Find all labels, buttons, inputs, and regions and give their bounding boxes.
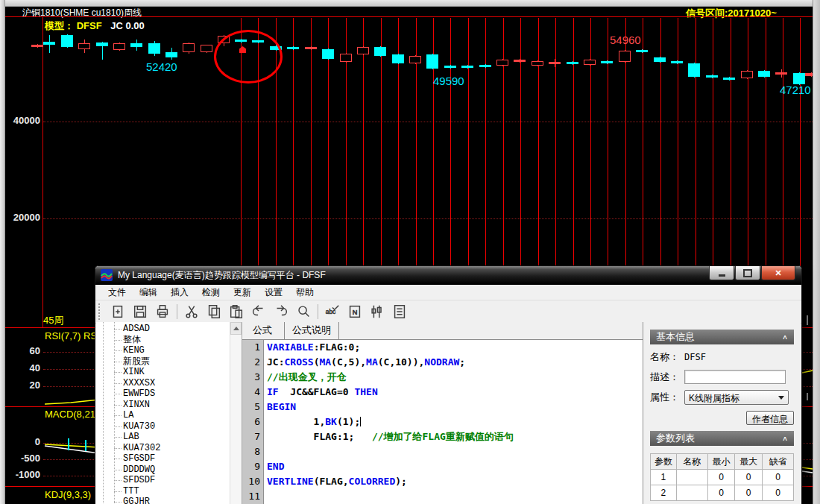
menu-item-插入[interactable]: 插入 — [164, 285, 195, 300]
code-line[interactable] — [264, 489, 643, 504]
tree-item-KUA7302[interactable]: KUA7302 — [96, 443, 230, 454]
indicator-button[interactable] — [368, 303, 387, 321]
name-value: DFSF — [684, 352, 706, 362]
code-line[interactable]: IF JC&&FLAG=0 THEN — [264, 385, 643, 400]
indicator-label: MACD(8,21, — [45, 409, 98, 420]
menu-item-更新[interactable]: 更新 — [227, 285, 258, 300]
line-number: 3 — [242, 370, 263, 385]
table-row[interactable]: 2000 — [651, 485, 794, 501]
undo-button[interactable] — [249, 303, 268, 321]
code-line[interactable]: FLAG:1; //增加了给FLAG重新赋值的语句 — [264, 429, 643, 444]
print-button[interactable] — [153, 303, 172, 321]
tree-item-TTT[interactable]: TTT — [96, 486, 230, 497]
code-text: ; — [459, 356, 465, 368]
macd-dif-right — [802, 471, 813, 473]
indicator-icon — [369, 303, 385, 320]
menu-item-设置[interactable]: 设置 — [258, 285, 289, 300]
tree-item-KUA730[interactable]: KUA730 — [96, 421, 230, 432]
tree-item-GGJHR[interactable]: GGJHR — [96, 497, 230, 504]
dialog-titlebar[interactable]: My Language(麦语言)趋势跟踪模型编写平台 - DFSF ✕ — [95, 266, 801, 285]
document-button[interactable] — [390, 303, 409, 321]
search-button[interactable] — [294, 303, 313, 321]
window-frame-left[interactable] — [0, 0, 5, 504]
close-button[interactable]: ✕ — [761, 266, 795, 280]
tree-item-XINK[interactable]: XINK — [96, 367, 230, 378]
code-line[interactable]: VERTLINE(FLAG,COLORRED); — [264, 474, 643, 489]
tree-item-SFGSDF[interactable]: SFGSDF — [96, 453, 230, 464]
tree-connector — [114, 362, 122, 362]
table-cell[interactable] — [676, 470, 707, 485]
minimize-button[interactable] — [709, 266, 734, 280]
table-cell[interactable]: 0 — [735, 470, 763, 485]
candle-body-up — [183, 43, 195, 52]
code-editor[interactable]: 1234567891011 VARIABLE:FLAG:0;JC:CROSS(M… — [242, 339, 643, 504]
new-file-button[interactable] — [108, 303, 127, 321]
ellipse-annotation — [214, 30, 283, 84]
author-info-button[interactable]: 作者信息 — [746, 411, 794, 425]
new-note-button[interactable]: N — [345, 303, 365, 321]
tree-item-XINXN[interactable]: XINXN — [96, 400, 230, 411]
redo-button[interactable] — [271, 303, 291, 321]
table-row[interactable]: 1000 — [651, 470, 794, 485]
collapse-chevron-icon[interactable]: ∧ — [782, 331, 788, 343]
column-header: 最大 — [735, 454, 763, 470]
tree-item-整体[interactable]: 整体 — [96, 335, 230, 346]
tree-item-XXXXSX[interactable]: XXXXSX — [96, 378, 230, 389]
description-input[interactable] — [684, 370, 786, 384]
code-keyword: BK — [325, 416, 337, 427]
save-button[interactable] — [130, 303, 150, 321]
candle-body-up — [496, 60, 508, 66]
candle-body-up — [201, 45, 212, 52]
tree-scrollbar[interactable] — [230, 322, 242, 504]
tree-item-EWWFDS[interactable]: EWWFDS — [96, 388, 230, 400]
tree-item-新股票[interactable]: 新股票 — [96, 356, 230, 368]
tree-connector — [114, 340, 122, 341]
document-icon — [391, 303, 408, 320]
paste-button[interactable] — [227, 303, 246, 321]
param-list-header[interactable]: 参数列表 ∧ — [650, 431, 794, 446]
tree-item-KENG[interactable]: KENG — [96, 345, 230, 356]
spell-check-button[interactable]: abc — [323, 303, 342, 321]
model-status-line: 模型： DFSF JC 0.00 — [45, 19, 145, 33]
basic-info-header[interactable]: 基本信息 ∧ — [650, 330, 794, 344]
menu-item-帮助[interactable]: 帮助 — [289, 285, 321, 300]
tree-item-ADSAD[interactable]: ADSAD — [96, 324, 230, 335]
window-frame-right[interactable] — [813, 0, 820, 504]
table-cell[interactable]: 0 — [762, 470, 793, 485]
attribute-row: 属性： K线附属指标 — [650, 390, 794, 405]
attribute-dropdown[interactable]: K线附属指标 — [684, 390, 789, 405]
table-cell[interactable]: 2 — [651, 485, 677, 501]
table-cell[interactable] — [676, 485, 707, 501]
tree-item-DDDDWQ[interactable]: DDDDWQ — [96, 464, 230, 476]
tab-公式[interactable]: 公式 — [245, 322, 280, 339]
mylanguage-editor-window: My Language(麦语言)趋势跟踪模型编写平台 - DFSF ✕ 文件编辑… — [95, 265, 802, 504]
table-cell[interactable]: 0 — [707, 470, 735, 485]
tree-item-SFDSDF[interactable]: SFDSDF — [96, 475, 230, 486]
table-cell[interactable]: 1 — [651, 470, 677, 485]
code-keyword: MA — [319, 356, 331, 368]
collapse-chevron-icon[interactable]: ∧ — [782, 432, 788, 444]
table-cell[interactable]: 0 — [735, 485, 763, 501]
cut-button[interactable] — [182, 303, 201, 321]
code-line[interactable]: BEGIN — [264, 400, 643, 415]
code-line[interactable]: 1,BK(1); — [264, 415, 643, 429]
maximize-button[interactable] — [735, 266, 760, 280]
code-line[interactable]: END — [264, 459, 643, 474]
code-text-area[interactable]: VARIABLE:FLAG:0;JC:CROSS(MA(C,5),MA(C,10… — [264, 340, 643, 504]
tree-item-LA[interactable]: LA — [96, 410, 230, 421]
toolbar-grip[interactable] — [98, 303, 102, 320]
code-line[interactable]: //出现金叉，开仓 — [264, 370, 643, 385]
copy-button[interactable] — [204, 303, 224, 321]
table-cell[interactable]: 0 — [762, 485, 793, 501]
formula-tree-panel: ADSAD整体KENG新股票XINKXXXXSXEWWFDSXINXNLAKUA… — [96, 322, 242, 504]
menu-item-检测[interactable]: 检测 — [195, 285, 227, 300]
code-line[interactable]: JC:CROSS(MA(C,5),MA(C,10)),NODRAW; — [264, 355, 643, 370]
menu-item-编辑[interactable]: 编辑 — [133, 285, 164, 300]
code-line[interactable] — [264, 444, 643, 459]
code-line[interactable]: VARIABLE:FLAG:0; — [264, 340, 643, 355]
tree-item-LAB[interactable]: LAB — [96, 432, 230, 443]
table-cell[interactable]: 0 — [707, 485, 735, 501]
menu-item-文件[interactable]: 文件 — [101, 285, 133, 300]
scroll-up-button[interactable] — [230, 322, 242, 335]
tab-公式说明[interactable]: 公式说明 — [284, 322, 339, 339]
